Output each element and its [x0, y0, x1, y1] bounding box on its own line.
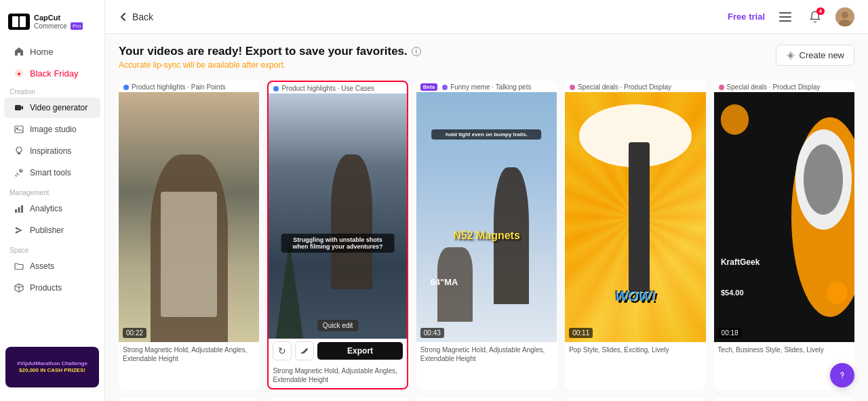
card3-duration: 00:43 — [420, 328, 444, 338]
svg-rect-11 — [18, 207, 20, 213]
card3-description: Strong Magnetic Hold, Adjustable Angles,… — [416, 342, 557, 367]
sidebar-item-publisher[interactable]: Publisher — [4, 220, 100, 240]
topbar-right: Free trial 4 — [728, 7, 854, 26]
card3-size-text: 64"MA — [431, 277, 458, 287]
notification-count: 4 — [816, 7, 825, 15]
sidebar-item-analytics[interactable]: Analytics — [4, 198, 100, 219]
main-content: Back Free trial 4 — [105, 0, 868, 401]
export-button[interactable]: Export — [317, 342, 402, 360]
capcut-logo — [8, 14, 30, 30]
video-grid-row1: Product highlights · Pain Points 00:22 S… — [119, 81, 854, 389]
space-section-label: Space — [0, 241, 104, 255]
card8-tag: Product reels · Product Display — [416, 398, 557, 401]
tag-icon: ♥ — [14, 68, 24, 79]
sidebar-item-image-studio[interactable]: Image studio — [4, 119, 100, 140]
sidebar-banner[interactable]: #VipAdMarathon Challenge$20,000 IN CASH … — [0, 341, 104, 393]
content-area: Your videos are ready! Export to save yo… — [105, 34, 868, 401]
free-trial-button[interactable]: Free trial — [728, 12, 765, 22]
sidebar-item-video-generator[interactable]: Video generator — [4, 98, 100, 118]
svg-point-17 — [842, 12, 848, 18]
menu-icon-button[interactable] — [776, 7, 795, 26]
video-card-6[interactable]: TikTok trends · POV OKAY, REAL TALK — EV… — [119, 398, 259, 401]
pencil-icon — [300, 347, 309, 355]
card5-tag: Special deals · Product Display — [714, 81, 854, 92]
sidebar-item-blackfriday[interactable]: ♥ Black Friday — [4, 63, 100, 83]
edit-button[interactable] — [295, 341, 314, 360]
svg-rect-0 — [12, 16, 18, 27]
card5-thumbnail: KraftGeek $54.00 00:18 — [714, 92, 854, 342]
card1-thumbnail: 00:22 — [119, 92, 259, 342]
box-icon — [14, 282, 24, 293]
back-button[interactable]: Back — [119, 12, 153, 22]
card9-tag: Product reels · Product Display — [565, 398, 705, 401]
card2-action-area: Quick edit ↻ Export — [269, 339, 406, 363]
video-card-2[interactable]: Product highlights · Use Cases Strugglin… — [267, 81, 408, 389]
card2-actions: ↻ Export — [273, 341, 402, 360]
notification-button[interactable]: 4 — [806, 7, 825, 26]
folder-icon — [14, 261, 24, 272]
sparkle-icon — [786, 51, 795, 60]
blue-dot-icon — [123, 84, 130, 91]
logo-text-area: CapCut Commerce Pro — [34, 14, 83, 29]
tools-icon — [14, 167, 24, 178]
video-card-4[interactable]: Special deals · Product Display WOW! 00:… — [565, 81, 705, 389]
card5-brand-text: KraftGeek — [721, 257, 760, 267]
svg-point-21 — [442, 85, 448, 90]
banner-content: #VipAdMarathon Challenge$20,000 IN CASH … — [5, 347, 99, 387]
sidebar-item-assets[interactable]: Assets — [4, 256, 100, 276]
card4-thumbnail: WOW! 00:11 — [565, 92, 705, 342]
question-icon — [837, 370, 848, 381]
card4-duration: 00:11 — [569, 328, 593, 338]
svg-rect-7 — [18, 153, 21, 154]
svg-rect-13 — [779, 12, 791, 14]
card2-thumbnail: Struggling with unstable shots when film… — [269, 93, 406, 339]
image-icon — [14, 124, 24, 135]
svg-point-20 — [273, 86, 279, 91]
sidebar-item-inspirations[interactable]: Inspirations — [4, 141, 100, 161]
video-card-8[interactable]: Product reels · Product Display KraftGee… — [416, 398, 557, 401]
svg-rect-1 — [20, 16, 26, 27]
page-header: Your videos are ready! Export to save yo… — [119, 45, 854, 70]
card1-description: Strong Magnetic Hold, Adjustable Angles,… — [119, 342, 259, 367]
svg-rect-15 — [779, 20, 791, 22]
refresh-button[interactable]: ↻ — [273, 341, 292, 360]
card5-description: Tech, Business Style, Slides, Lively — [714, 342, 854, 358]
logo-area: CapCut Commerce Pro — [0, 8, 104, 41]
sidebar: CapCut Commerce Pro Home ♥ Black Friday … — [0, 0, 105, 401]
sidebar-item-products[interactable]: Products — [4, 278, 100, 298]
card5-duration: 00:18 — [718, 328, 742, 338]
card1-tag: Product highlights · Pain Points — [119, 81, 259, 92]
video-card-10[interactable]: Product reels · Product Display — [714, 398, 854, 401]
creation-section-label: Creation — [0, 84, 104, 97]
management-section-label: Management — [0, 184, 104, 198]
video-card-1[interactable]: Product highlights · Pain Points 00:22 S… — [119, 81, 259, 389]
video-card-3[interactable]: Beta Funny meme · Talking pets hold tigh… — [416, 81, 557, 389]
info-icon[interactable]: i — [412, 47, 421, 56]
page-title-area: Your videos are ready! Export to save yo… — [119, 45, 421, 70]
svg-point-19 — [123, 85, 129, 90]
sidebar-item-home[interactable]: Home — [4, 41, 100, 62]
page-subtitle: Accurate lip-sync will be available afte… — [119, 60, 421, 70]
svg-rect-14 — [779, 16, 791, 18]
card1-duration: 00:22 — [123, 328, 146, 338]
card5-price-text: $54.00 — [721, 289, 744, 297]
card6-tag: TikTok trends · POV — [119, 398, 259, 401]
card3-tag: Beta Funny meme · Talking pets — [416, 81, 557, 92]
page-title: Your videos are ready! Export to save yo… — [119, 45, 421, 58]
video-card-9[interactable]: Product reels · Product Display KraftGee… — [565, 398, 705, 401]
video-card-5[interactable]: Special deals · Product Display — [714, 81, 854, 389]
help-button[interactable] — [830, 363, 854, 387]
pink-dot2-icon — [718, 84, 725, 91]
user-avatar[interactable] — [835, 7, 854, 26]
create-new-button[interactable]: Create new — [776, 45, 854, 66]
quick-edit-tooltip: Quick edit — [317, 320, 358, 331]
inspiration-icon — [14, 146, 24, 156]
svg-point-28 — [842, 377, 842, 378]
card4-wow-text: WOW! — [615, 289, 656, 304]
card4-description: Pop Style, Slides, Exciting, Lively — [565, 342, 705, 358]
card4-tag: Special deals · Product Display — [565, 81, 705, 92]
video-card-7[interactable]: TikTok trends · Product Display KraftGee… — [267, 398, 408, 401]
sidebar-item-smart-tools[interactable]: Smart tools — [4, 163, 100, 183]
menu-lines-icon — [779, 12, 791, 22]
card2-overlay-text: Struggling with unstable shots when film… — [281, 234, 395, 253]
